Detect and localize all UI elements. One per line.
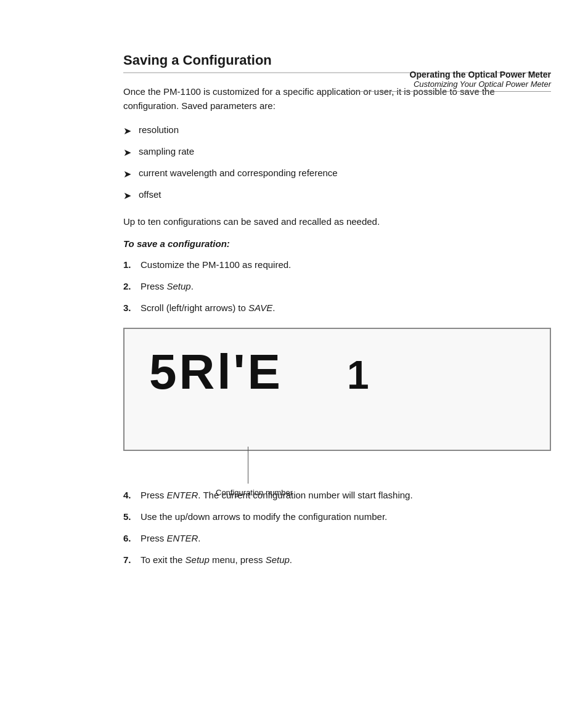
list-item: ➤ resolution [123, 123, 551, 139]
step-text: Scroll (left/right arrows) to SAVE. [141, 301, 551, 315]
step-2: 2. Press Setup. [123, 279, 551, 293]
step-6: 6. Press ENTER. [123, 531, 551, 545]
list-item: ➤ current wavelength and corresponding r… [123, 166, 551, 182]
step-5: 5. Use the up/down arrows to modify the … [123, 509, 551, 524]
steps-before-display: 1. Customize the PM-1100 as required. 2.… [123, 258, 551, 315]
bullet-arrow-icon: ➤ [123, 145, 131, 160]
bullet-arrow-icon: ➤ [123, 189, 131, 203]
step-text: Press ENTER. [141, 531, 551, 545]
callout-label: Configuration number [216, 488, 293, 497]
step-1: 1. Customize the PM-1100 as required. [123, 258, 551, 272]
list-item-text: resolution [139, 123, 179, 137]
subsection-title: To save a configuration: [123, 238, 551, 249]
lcd-number-text: 1 [285, 353, 369, 397]
summary-paragraph: Up to ten configurations can be saved an… [123, 214, 551, 229]
header-section-subtitle: Customizing Your Optical Power Meter [341, 79, 551, 89]
page-container: Operating the Optical Power Meter Custom… [0, 52, 588, 714]
step-number: 2. [123, 279, 141, 293]
step-4: 4. Press ENTER. The current configuratio… [123, 488, 551, 502]
list-item-text: offset [139, 188, 161, 202]
step-number: 3. [123, 301, 141, 315]
step-text: To exit the Setup menu, press Setup. [141, 553, 551, 567]
step-number: 6. [123, 531, 141, 545]
list-item-text: sampling rate [139, 145, 194, 159]
step-7: 7. To exit the Setup menu, press Setup. [123, 553, 551, 567]
lcd-save-text: 5Rl'E [149, 344, 283, 399]
step-text: Use the up/down arrows to modify the con… [141, 509, 551, 524]
step-number: 5. [123, 509, 141, 524]
list-item-text: current wavelength and corresponding ref… [139, 166, 338, 181]
list-item: ➤ sampling rate [123, 145, 551, 160]
bullet-arrow-icon: ➤ [123, 124, 131, 139]
step-number: 4. [123, 488, 141, 502]
step-text: Press Setup. [141, 279, 551, 293]
lcd-display-box: 5Rl'E 1 [123, 328, 551, 451]
step-number: 7. [123, 553, 141, 567]
step-text: Customize the PM-1100 as required. [141, 258, 551, 272]
header-chapter-title: Operating the Optical Power Meter [341, 70, 551, 79]
header-rule [341, 91, 551, 92]
callout-line [248, 447, 248, 484]
steps-after-display: 4. Press ENTER. The current configuratio… [123, 488, 551, 567]
list-item: ➤ offset [123, 188, 551, 203]
bullet-arrow-icon: ➤ [123, 167, 131, 182]
step-3: 3. Scroll (left/right arrows) to SAVE. [123, 301, 551, 315]
parameters-list: ➤ resolution ➤ sampling rate ➤ current w… [123, 123, 551, 203]
main-content: Saving a Configuration Once the PM-1100 … [123, 52, 551, 567]
page-header: Operating the Optical Power Meter Custom… [341, 70, 551, 92]
step-number: 1. [123, 258, 141, 272]
display-box-container: 5Rl'E 1 Configuration number [123, 328, 551, 451]
step-text: Press ENTER. The current configuration n… [141, 488, 551, 502]
